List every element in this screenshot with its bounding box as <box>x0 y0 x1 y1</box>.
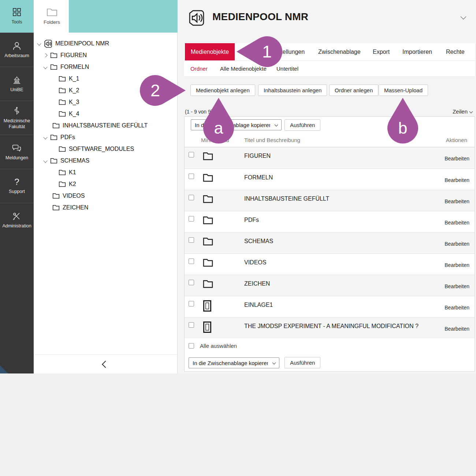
edit-action[interactable]: Bearbeiten <box>445 177 469 183</box>
rail-item-unibe[interactable]: UniBE <box>0 67 34 101</box>
tree-item-label[interactable]: K_2 <box>69 87 79 94</box>
rail-item-administration[interactable]: Administration <box>0 203 34 237</box>
tab-zwischenablage[interactable]: Zwischenablage <box>318 43 361 60</box>
bulk-upload-button[interactable]: Massen-Upload <box>379 85 428 96</box>
rail-item-arbeitsraum[interactable]: Arbeitsraum <box>0 33 34 67</box>
subtab-bar: Ordner Alle Medienobjekte Untertitel <box>184 60 475 77</box>
tree-item-label[interactable]: PDFs <box>60 134 75 141</box>
document-icon <box>203 321 212 335</box>
folders-tab[interactable]: Folders <box>35 0 69 33</box>
execute-button-top[interactable]: Ausführen <box>285 119 320 131</box>
tree-item-label[interactable]: FIGUREN <box>60 52 87 59</box>
tab-rechte[interactable]: Rechte <box>446 43 465 60</box>
row-title[interactable]: INHALTSBAUSTEINE GEFÜLLT <box>244 196 329 202</box>
tree-item-schemas[interactable]: SCHEMAS <box>34 155 177 167</box>
chevron-down-icon[interactable] <box>43 65 47 69</box>
tree-item-zeichen[interactable]: ZEICHEN <box>34 202 177 213</box>
rail-label-unibe: UniBE <box>10 87 23 93</box>
tree-item-inhaltsbausteine-gefuellt[interactable]: INHALTSBAUSTEINE GEFÜLLT <box>34 120 177 131</box>
edit-action[interactable]: Bearbeiten <box>445 220 469 226</box>
rows-dropdown[interactable]: Zeilen <box>453 108 472 115</box>
chevron-right-icon[interactable] <box>43 53 47 57</box>
tree-item-label[interactable]: K2 <box>69 181 76 187</box>
tree-item-pdfs[interactable]: PDFs <box>34 131 177 143</box>
row-title[interactable]: ZEICHEN <box>244 280 270 287</box>
row-checkbox[interactable] <box>189 259 194 264</box>
chevron-down-icon[interactable] <box>43 159 47 163</box>
row-checkbox[interactable] <box>189 301 194 306</box>
select-all-row: Alle auswählen <box>185 338 475 354</box>
collapse-panel-button[interactable] <box>34 354 177 373</box>
rail-item-support[interactable]: ? Support <box>0 169 34 203</box>
row-title[interactable]: THE JMODSP EXPERIMENT - A MEANINGFUL MOD… <box>244 323 419 330</box>
tree-item-k2[interactable]: K2 <box>34 178 177 190</box>
tab-bar: Medienobjekte Einstellungen Zwischenabla… <box>184 43 475 60</box>
chevron-left-icon <box>102 361 109 368</box>
table-row: INHALTSBAUSTEINE GEFÜLLT Bearbeiten <box>185 190 475 211</box>
edit-action[interactable]: Bearbeiten <box>445 283 469 289</box>
tree-item-medienpool-nmr[interactable]: MEDIENPOOL NMR <box>34 38 177 49</box>
edit-action[interactable]: Bearbeiten <box>445 326 469 332</box>
tree-item-label[interactable]: SCHEMAS <box>60 157 89 164</box>
question-icon: ? <box>14 178 19 186</box>
chevron-down-icon[interactable] <box>37 41 41 45</box>
tree-item-k_4[interactable]: K_4 <box>34 108 177 120</box>
row-title[interactable]: FORMELN <box>244 174 273 181</box>
create-folder-button[interactable]: Ordner anlegen <box>329 85 378 96</box>
create-content-snippet-button[interactable]: Inhaltsbaustein anlegen <box>258 85 327 96</box>
table-row: EINLAGE1 Bearbeiten <box>185 296 475 317</box>
tree-item-label[interactable]: K_3 <box>69 99 79 105</box>
edit-action[interactable]: Bearbeiten <box>445 241 469 247</box>
row-title[interactable]: SCHEMAS <box>244 238 273 245</box>
row-title[interactable]: EINLAGE1 <box>244 302 273 308</box>
tab-export[interactable]: Export <box>373 43 390 60</box>
bulk-action-select-bottom[interactable]: In die Zwischenablage kopieren <box>189 357 279 368</box>
tree-item-label[interactable]: VIDEOS <box>63 193 85 199</box>
row-title[interactable]: VIDEOS <box>244 259 266 266</box>
row-checkbox[interactable] <box>189 152 194 157</box>
folder-icon <box>50 64 57 70</box>
tree-item-label[interactable]: K1 <box>69 169 76 176</box>
edit-action[interactable]: Bearbeiten <box>445 262 469 268</box>
row-checkbox[interactable] <box>189 280 194 285</box>
row-checkbox[interactable] <box>189 174 194 179</box>
tree-item-label[interactable]: K_4 <box>69 111 79 117</box>
edit-action[interactable]: Bearbeiten <box>445 156 469 161</box>
folder-icon <box>52 193 60 199</box>
tree-item-software-modules[interactable]: SOFTWARE_MODULES <box>34 143 177 155</box>
tree-item-formeln[interactable]: FORMELN <box>34 61 177 73</box>
folder-icon <box>59 76 66 82</box>
rail-item-medizinische-fakultaet[interactable]: Medizinische Fakultät <box>0 101 34 135</box>
chevron-down-icon[interactable] <box>43 135 47 139</box>
row-checkbox[interactable] <box>189 237 194 243</box>
edit-action[interactable]: Bearbeiten <box>445 198 469 204</box>
row-title[interactable]: FIGUREN <box>244 153 271 159</box>
row-checkbox[interactable] <box>189 195 194 200</box>
rail-item-tools[interactable]: Tools <box>0 0 34 33</box>
table-row: SCHEMAS Bearbeiten <box>185 232 475 253</box>
tree-item-k1[interactable]: K1 <box>34 167 177 178</box>
tree-item-label[interactable]: SOFTWARE_MODULES <box>69 146 134 152</box>
execute-button-bottom[interactable]: Ausführen <box>285 357 320 368</box>
create-media-object-button[interactable]: Medienobjekt anlegen <box>190 85 255 96</box>
row-checkbox[interactable] <box>189 322 194 328</box>
rail-item-meldungen[interactable]: Meldungen <box>0 135 34 169</box>
tree-item-label[interactable]: INHALTSBAUSTEINE GEFÜLLT <box>63 122 148 129</box>
row-title[interactable]: PDFs <box>244 217 259 223</box>
tree-item-label[interactable]: FORMELN <box>60 64 89 70</box>
tab-importieren[interactable]: Importieren <box>402 43 432 60</box>
tab-medienobjekte[interactable]: Medienobjekte <box>185 43 235 60</box>
tree-item-label[interactable]: K_1 <box>69 75 79 82</box>
tree-item-label[interactable]: ZEICHEN <box>63 204 88 211</box>
row-checkbox[interactable] <box>189 216 194 222</box>
subtab-ordner[interactable]: Ordner <box>190 61 208 77</box>
chevron-down-icon[interactable] <box>461 14 466 20</box>
edit-action[interactable]: Bearbeiten <box>445 305 469 310</box>
tree-item-label[interactable]: MEDIENPOOL NMR <box>55 40 109 47</box>
chevron-down-icon <box>469 110 473 114</box>
select-all-checkbox[interactable] <box>189 343 194 349</box>
document-icon <box>203 300 212 313</box>
folder-icon <box>50 52 57 58</box>
tree-item-figuren[interactable]: FIGUREN <box>34 49 177 61</box>
tree-item-videos[interactable]: VIDEOS <box>34 190 177 202</box>
